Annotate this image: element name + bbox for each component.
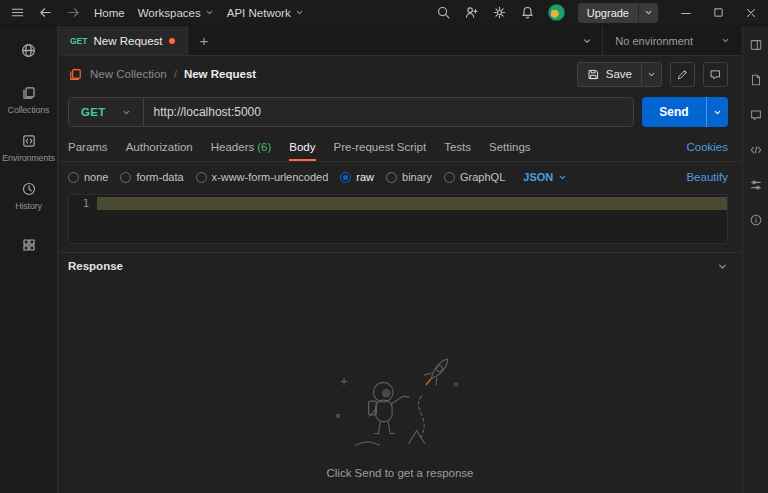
right-sidebar bbox=[742, 26, 768, 493]
request-actions: Save bbox=[577, 62, 728, 87]
nav-workspaces[interactable]: Workspaces bbox=[138, 7, 214, 19]
url-input-group: GET http://localhost:5000 bbox=[68, 97, 634, 127]
body-type-form-data[interactable]: form-data bbox=[120, 171, 183, 183]
radio-icon bbox=[196, 172, 207, 183]
response-collapse-chevron-icon[interactable] bbox=[717, 261, 728, 272]
comment-icon[interactable] bbox=[703, 62, 728, 87]
save-floppy-icon bbox=[587, 68, 600, 81]
request-tab-bar: GET New Request + No environment bbox=[58, 26, 742, 56]
main-panel: GET New Request + No environment bbox=[58, 26, 742, 493]
settings-sliders-icon[interactable] bbox=[749, 178, 763, 192]
comments-icon[interactable] bbox=[749, 108, 763, 122]
body-type-urlencoded[interactable]: x-www-form-urlencoded bbox=[196, 171, 329, 183]
method-dropdown[interactable]: GET bbox=[69, 98, 143, 126]
maximize-icon[interactable] bbox=[712, 6, 725, 19]
chevron-down-icon bbox=[558, 173, 567, 182]
forward-arrow-icon[interactable] bbox=[66, 5, 81, 20]
notifications-bell-icon[interactable] bbox=[520, 5, 535, 20]
tab-body[interactable]: Body bbox=[289, 132, 315, 161]
body-type-options: none form-data x-www-form-urlencoded raw… bbox=[58, 162, 742, 192]
documentation-icon[interactable] bbox=[749, 73, 763, 87]
line-number-gutter: 1 bbox=[69, 195, 97, 243]
breadcrumb-collection[interactable]: New Collection bbox=[90, 68, 167, 80]
body-type-binary[interactable]: binary bbox=[386, 171, 432, 183]
language-dropdown[interactable]: JSON bbox=[523, 171, 567, 183]
response-title: Response bbox=[68, 260, 123, 272]
response-empty-state: Click Send to get a response bbox=[58, 279, 742, 493]
radio-icon bbox=[120, 172, 131, 183]
save-chevron-icon[interactable] bbox=[641, 63, 661, 86]
editor-lines bbox=[97, 195, 727, 243]
tab-method-badge: GET bbox=[70, 36, 87, 46]
empty-response-message: Click Send to get a response bbox=[326, 467, 473, 479]
raw-body-editor[interactable]: 1 bbox=[68, 194, 728, 244]
send-button[interactable]: Send bbox=[642, 97, 728, 127]
postman-window: Home Workspaces API Network U bbox=[0, 0, 768, 493]
chevron-down-icon bbox=[721, 36, 730, 45]
collections-icon bbox=[21, 85, 37, 101]
user-avatar[interactable] bbox=[548, 4, 565, 21]
send-chevron-icon[interactable] bbox=[706, 97, 728, 127]
panel-layout-icon[interactable] bbox=[749, 38, 763, 52]
topbar-right: Upgrade bbox=[436, 3, 758, 23]
tab-pre-request-script[interactable]: Pre-request Script bbox=[334, 132, 427, 161]
body-type-none[interactable]: none bbox=[68, 171, 108, 183]
beautify-link[interactable]: Beautify bbox=[686, 171, 728, 183]
window-controls bbox=[679, 6, 758, 20]
tab-settings[interactable]: Settings bbox=[489, 132, 531, 161]
close-icon[interactable] bbox=[744, 6, 758, 20]
settings-gear-icon[interactable] bbox=[492, 5, 507, 20]
environment-selector[interactable]: No environment bbox=[602, 26, 742, 55]
menu-icon[interactable] bbox=[10, 5, 25, 20]
url-input[interactable]: http://localhost:5000 bbox=[144, 105, 633, 119]
topbar: Home Workspaces API Network U bbox=[0, 0, 768, 26]
chevron-down-icon bbox=[122, 108, 131, 117]
radio-icon bbox=[444, 172, 455, 183]
tab-tests[interactable]: Tests bbox=[444, 132, 471, 161]
back-arrow-icon[interactable] bbox=[38, 5, 53, 20]
left-sidebar: Collections Environments History bbox=[0, 26, 58, 493]
collection-icon bbox=[68, 67, 83, 82]
sidebar-item-collections[interactable]: Collections bbox=[0, 79, 57, 121]
sidebar-item-blocks-icon[interactable] bbox=[0, 231, 57, 259]
body-type-graphql[interactable]: GraphQL bbox=[444, 171, 505, 183]
upgrade-button[interactable]: Upgrade bbox=[578, 3, 658, 23]
tab-params[interactable]: Params bbox=[68, 132, 108, 161]
radio-icon bbox=[68, 172, 79, 183]
info-icon[interactable] bbox=[749, 213, 763, 227]
tab-bar-right: No environment bbox=[572, 26, 742, 55]
highlighted-line bbox=[97, 197, 727, 210]
tab-list-chevron-icon[interactable] bbox=[572, 26, 602, 55]
tab-authorization[interactable]: Authorization bbox=[126, 132, 193, 161]
body-type-raw[interactable]: raw bbox=[340, 171, 374, 183]
breadcrumb: New Collection / New Request Save bbox=[58, 56, 742, 92]
new-tab-button[interactable]: + bbox=[188, 26, 221, 55]
cookies-link[interactable]: Cookies bbox=[686, 132, 728, 161]
code-snippet-icon[interactable] bbox=[749, 143, 763, 157]
nav-home[interactable]: Home bbox=[94, 7, 125, 19]
invite-user-icon[interactable] bbox=[464, 5, 479, 20]
radio-icon bbox=[386, 172, 397, 183]
breadcrumb-request-title[interactable]: New Request bbox=[184, 68, 256, 80]
astronaut-rocket-illustration bbox=[325, 351, 475, 459]
edit-pencil-icon[interactable] bbox=[670, 62, 695, 87]
chevron-down-icon bbox=[295, 8, 304, 17]
nav-api-network[interactable]: API Network bbox=[227, 7, 304, 19]
sidebar-item-history[interactable]: History bbox=[0, 175, 57, 217]
tab-headers[interactable]: Headers(6) bbox=[211, 132, 272, 161]
save-button[interactable]: Save bbox=[577, 62, 662, 87]
unsaved-changes-dot bbox=[169, 38, 175, 44]
history-clock-icon bbox=[21, 181, 37, 197]
search-icon[interactable] bbox=[436, 5, 451, 20]
radio-icon bbox=[340, 172, 351, 183]
environments-icon bbox=[21, 133, 37, 149]
open-request-tab[interactable]: GET New Request bbox=[58, 26, 188, 55]
response-header: Response bbox=[58, 253, 742, 279]
response-section: Response bbox=[58, 252, 742, 493]
minimize-icon[interactable] bbox=[679, 6, 693, 20]
chevron-down-icon bbox=[205, 8, 214, 17]
request-url-row: GET http://localhost:5000 Send bbox=[58, 92, 742, 132]
upgrade-chevron-icon[interactable] bbox=[638, 3, 658, 23]
sidebar-item-environments[interactable]: Environments bbox=[0, 127, 57, 169]
workspace-globe-icon[interactable] bbox=[0, 36, 57, 65]
